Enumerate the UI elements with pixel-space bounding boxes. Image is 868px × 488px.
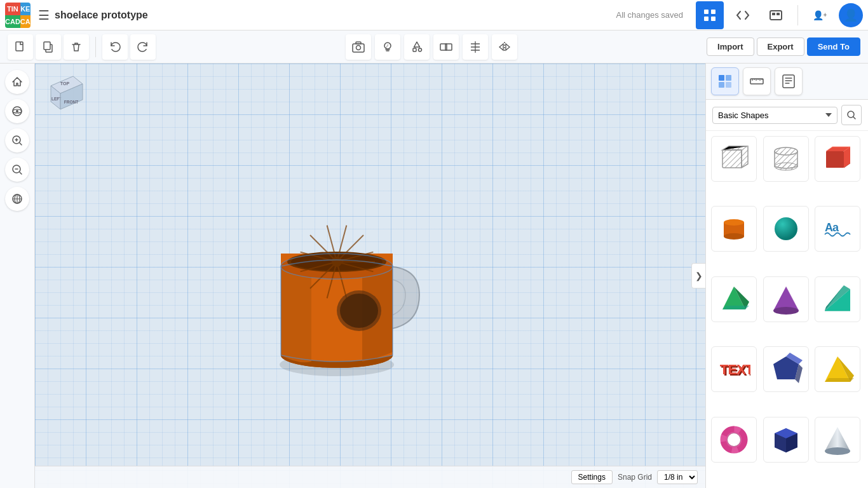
svg-rect-4	[770, 11, 782, 20]
settings-btn[interactable]: Settings	[571, 470, 613, 484]
3d-viewport[interactable]: TOP LEFT FRONT	[35, 64, 705, 488]
simulate-nav-btn[interactable]	[762, 1, 790, 29]
panel-tabs	[706, 64, 868, 100]
shape-item-sphere[interactable]	[763, 206, 809, 252]
align-btn[interactable]	[463, 34, 488, 60]
shapes-tab-btn[interactable]	[711, 67, 739, 95]
orbit-btn[interactable]	[5, 99, 29, 123]
viewport-statusbar: Settings Snap Grid 1/8 in 1/4 in 1/2 in …	[35, 466, 705, 488]
svg-point-11	[356, 45, 360, 50]
svg-point-68	[724, 233, 744, 240]
svg-point-15	[418, 48, 421, 51]
center-toolbar	[158, 34, 704, 60]
svg-marker-89	[825, 378, 854, 382]
svg-point-92	[728, 433, 740, 446]
shape-item-torus-pink[interactable]	[711, 417, 757, 463]
tinkercad-logo[interactable]: TIN KER CAD CAD	[5, 3, 31, 28]
home-view-btn[interactable]	[5, 70, 29, 94]
left-sidebar	[0, 64, 35, 488]
shape-item-pyramid-yellow[interactable]	[815, 346, 860, 392]
view-cube[interactable]: TOP LEFT FRONT	[41, 70, 92, 121]
action-toolbar: Import Export Send To	[707, 37, 860, 56]
svg-point-65	[775, 163, 797, 170]
codeblocks-nav-btn[interactable]	[729, 1, 757, 29]
svg-text:TOP: TOP	[60, 81, 70, 86]
redo-btn[interactable]	[130, 34, 156, 60]
mirror-btn[interactable]	[492, 34, 517, 60]
world-btn[interactable]	[5, 187, 29, 211]
right-panel: Basic Shapes Featured Letters Math All	[705, 64, 868, 488]
logo-tin: TIN	[5, 3, 20, 15]
new-btn[interactable]	[8, 34, 33, 60]
shape-item-text-red[interactable]: TEXT TEXT TEXT	[711, 346, 757, 392]
svg-point-69	[775, 217, 797, 240]
svg-rect-1	[711, 10, 715, 14]
svg-point-75	[773, 307, 799, 315]
shape-item-cylinder[interactable]	[711, 206, 757, 252]
toolbar-divider-1	[95, 37, 96, 57]
shape-item-cube-blue[interactable]	[763, 417, 809, 463]
shapes-search-btn[interactable]	[841, 105, 862, 125]
svg-rect-14	[413, 48, 416, 51]
logo-cad1: CAD	[5, 15, 20, 28]
svg-point-98	[825, 447, 850, 455]
delete-btn[interactable]	[64, 34, 89, 60]
svg-text:Aa: Aa	[825, 221, 839, 234]
svg-rect-54	[719, 75, 724, 81]
project-menu-icon[interactable]: ☰	[38, 8, 50, 23]
svg-point-67	[724, 219, 744, 226]
group-btn[interactable]	[433, 34, 459, 60]
svg-marker-74	[722, 306, 749, 309]
svg-point-20	[16, 110, 18, 112]
main-area: TOP LEFT FRONT	[0, 64, 868, 488]
panel-collapse-btn[interactable]: ❯	[691, 263, 705, 288]
zoom-out-btn[interactable]	[5, 158, 29, 182]
send-to-btn[interactable]: Send To	[807, 37, 860, 56]
main-toolbar: Import Export Send To	[0, 30, 868, 64]
svg-rect-9	[44, 42, 50, 50]
nav-divider	[797, 5, 798, 25]
3d-editor-nav-btn[interactable]	[696, 1, 724, 29]
bulb-btn[interactable]	[375, 34, 400, 60]
shape-item-cone-white[interactable]	[815, 417, 860, 463]
svg-point-50	[332, 257, 342, 267]
shape-item-pyramid-green[interactable]	[711, 276, 757, 322]
svg-rect-55	[726, 75, 731, 81]
save-status: All changes saved	[616, 10, 683, 20]
svg-rect-7	[16, 42, 23, 51]
project-title[interactable]: shoelace prototype	[55, 10, 611, 21]
shape-item-cylinder-hole[interactable]	[763, 136, 809, 182]
export-btn[interactable]: Export	[757, 37, 804, 56]
svg-rect-12	[356, 42, 361, 44]
svg-rect-57	[726, 82, 731, 88]
undo-btn[interactable]	[102, 34, 128, 60]
svg-text:TEXT: TEXT	[720, 362, 750, 377]
top-navigation: TIN KER CAD CAD ☰ shoelace prototype All…	[0, 0, 868, 30]
shapes-category-select[interactable]: Basic Shapes Featured Letters Math All	[712, 107, 837, 124]
svg-rect-66	[826, 151, 844, 168]
svg-text:FRONT: FRONT	[64, 100, 78, 104]
ruler-tab-btn[interactable]	[743, 67, 771, 95]
copy-btn[interactable]	[36, 34, 61, 60]
snap-grid-label: Snap Grid	[618, 473, 652, 482]
svg-rect-56	[719, 82, 724, 88]
svg-rect-5	[772, 13, 775, 15]
zoom-in-btn[interactable]	[5, 128, 29, 152]
shape-btn[interactable]	[404, 34, 430, 60]
logo-ker: KER	[20, 3, 31, 15]
svg-rect-62	[722, 150, 742, 168]
camera-btn[interactable]	[346, 34, 371, 60]
svg-rect-3	[711, 17, 715, 21]
shape-item-cone-purple[interactable]	[763, 276, 809, 322]
add-user-btn[interactable]: 👤+	[806, 1, 834, 29]
user-avatar-btn[interactable]: 👤	[839, 3, 863, 27]
shape-item-box[interactable]	[815, 136, 860, 182]
shape-item-wedge-teal[interactable]	[815, 276, 860, 322]
import-btn[interactable]: Import	[707, 37, 754, 56]
shape-item-prism[interactable]	[763, 346, 809, 392]
snap-grid-select[interactable]: 1/8 in 1/4 in 1/2 in 1 in	[657, 470, 698, 484]
shape-item-box-hole[interactable]	[711, 136, 757, 182]
shape-item-text3d[interactable]: Aa	[815, 206, 860, 252]
notes-tab-btn[interactable]	[775, 67, 803, 95]
3d-model[interactable]	[235, 168, 438, 384]
